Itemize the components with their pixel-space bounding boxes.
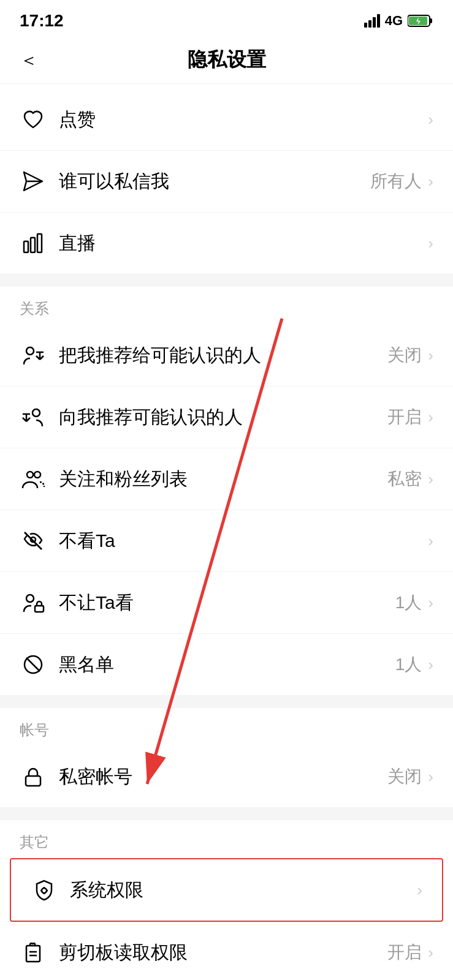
follow-fans-chevron: ›: [428, 470, 433, 489]
blacklist-label: 黑名单: [59, 652, 395, 677]
svg-rect-21: [35, 606, 44, 612]
follow-fans-label: 关注和粉丝列表: [59, 467, 387, 492]
recommend-others-label: 向我推荐可能认识的人: [59, 405, 387, 430]
header: ＜ 隐私设置: [0, 37, 453, 84]
user-lock-icon: [20, 589, 47, 616]
svg-point-13: [26, 347, 34, 355]
signal-icon: [364, 14, 380, 28]
page-title: 隐私设置: [188, 47, 266, 74]
not-let-see-value: 1人: [395, 591, 422, 614]
clipboard-value: 开启: [387, 941, 422, 964]
svg-rect-24: [26, 776, 40, 786]
highlighted-item-wrapper: 系统权限 ›: [0, 858, 453, 922]
live-chevron: ›: [428, 234, 433, 253]
status-icons: 4G: [364, 13, 433, 29]
section-divider-guanxi: [0, 274, 453, 287]
blacklist-chevron: ›: [428, 655, 433, 674]
likes-label: 点赞: [59, 107, 422, 132]
dm-label: 谁可以私信我: [59, 169, 370, 194]
settings-item-likes[interactable]: 点赞 ›: [0, 89, 453, 151]
svg-rect-3: [377, 14, 380, 28]
settings-item-not-see[interactable]: 不看Ta ›: [0, 510, 453, 572]
dm-value: 所有人: [370, 170, 422, 193]
not-let-see-chevron: ›: [428, 594, 433, 612]
svg-rect-11: [31, 238, 35, 252]
status-bar: 17:12 4G: [0, 0, 453, 37]
likes-chevron: ›: [428, 110, 433, 129]
section-label-zhanghu: 帐号: [0, 708, 453, 746]
svg-rect-5: [430, 18, 432, 23]
settings-item-dm[interactable]: 谁可以私信我 所有人 ›: [0, 151, 453, 213]
svg-point-19: [31, 537, 36, 542]
settings-list: 点赞 › 谁可以私信我 所有人 › 直播 › 关系: [0, 89, 453, 980]
settings-item-private-account[interactable]: 私密帐号 关闭 ›: [0, 746, 453, 808]
private-account-chevron: ›: [428, 767, 433, 786]
network-label: 4G: [385, 13, 403, 29]
private-account-label: 私密帐号: [59, 764, 387, 790]
back-button[interactable]: ＜: [20, 48, 38, 73]
recommend-others-chevron: ›: [428, 408, 433, 427]
not-see-chevron: ›: [428, 532, 433, 551]
blacklist-value: 1人: [395, 653, 422, 676]
system-permissions-label: 系统权限: [70, 878, 411, 903]
svg-point-18: [34, 472, 40, 478]
svg-rect-2: [373, 17, 376, 28]
svg-point-20: [26, 595, 34, 602]
section-label-qita: 其它: [0, 820, 453, 858]
settings-item-live[interactable]: 直播 ›: [0, 213, 453, 274]
svg-point-17: [27, 472, 33, 478]
bar-chart-icon: [20, 230, 47, 257]
recommend-others-value: 开启: [387, 405, 422, 429]
clipboard-chevron: ›: [428, 943, 433, 962]
send-icon: [20, 168, 47, 195]
status-time: 17:12: [20, 11, 64, 31]
system-permissions-chevron: ›: [417, 881, 422, 900]
svg-line-23: [26, 658, 40, 671]
section-label-guanxi: 关系: [0, 287, 453, 325]
user-connect-icon: [20, 342, 47, 369]
dm-chevron: ›: [428, 172, 433, 191]
svg-point-15: [32, 409, 40, 417]
settings-item-blacklist[interactable]: 黑名单 1人 ›: [0, 634, 453, 696]
shield-settings-icon: [31, 876, 58, 903]
battery-icon: [408, 14, 433, 28]
eye-off-icon: [20, 527, 47, 554]
recommend-me-chevron: ›: [428, 346, 433, 365]
settings-item-recommend-me[interactable]: 把我推荐给可能认识的人 关闭 ›: [0, 325, 453, 386]
recommend-me-value: 关闭: [387, 344, 422, 367]
private-account-value: 关闭: [387, 765, 422, 788]
follow-fans-value: 私密: [387, 467, 422, 491]
svg-point-25: [42, 888, 47, 893]
settings-item-recommend-others[interactable]: 向我推荐可能认识的人 开启 ›: [0, 386, 453, 448]
lock-icon: [20, 763, 47, 790]
settings-item-clipboard[interactable]: 剪切板读取权限 开启 ›: [0, 922, 453, 980]
settings-item-system-permissions[interactable]: 系统权限 ›: [10, 858, 443, 922]
settings-item-follow-fans[interactable]: 关注和粉丝列表 私密 ›: [0, 448, 453, 510]
section-divider-zhanghu: [0, 696, 453, 708]
user-connect2-icon: [20, 404, 47, 431]
live-label: 直播: [59, 231, 422, 256]
svg-rect-1: [368, 20, 371, 28]
block-icon: [20, 651, 47, 678]
not-let-see-label: 不让Ta看: [59, 590, 395, 616]
settings-item-not-let-see[interactable]: 不让Ta看 1人 ›: [0, 572, 453, 634]
svg-rect-12: [37, 234, 42, 252]
svg-rect-30: [26, 946, 40, 962]
svg-rect-0: [364, 23, 367, 28]
clipboard-icon: [20, 939, 47, 966]
section-divider-qita: [0, 808, 453, 820]
svg-rect-10: [24, 241, 28, 252]
recommend-me-label: 把我推荐给可能认识的人: [59, 343, 387, 368]
users-icon: [20, 466, 47, 492]
not-see-label: 不看Ta: [59, 529, 422, 554]
clipboard-label: 剪切板读取权限: [59, 940, 387, 965]
heart-icon: [20, 106, 47, 133]
